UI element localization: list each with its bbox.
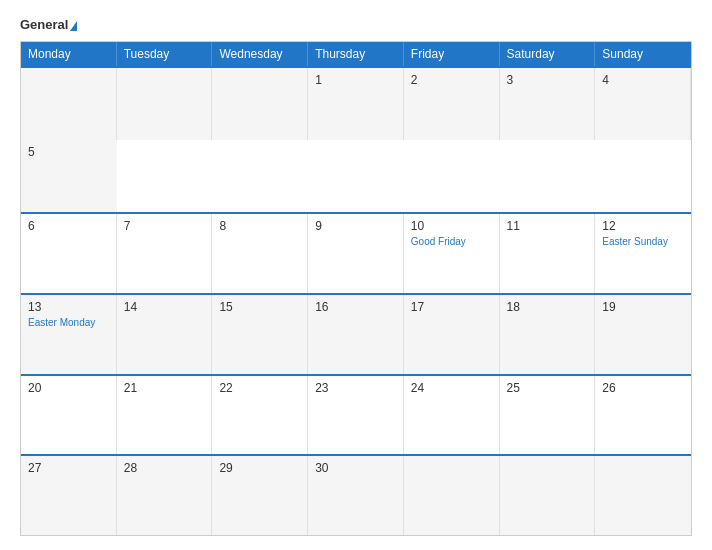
day-number: 12 [602,219,684,233]
cal-cell-5-3: 29 [212,456,308,535]
header-day-tuesday: Tuesday [117,42,213,66]
day-number: 10 [411,219,492,233]
day-number: 20 [28,381,109,395]
cal-cell-3-3: 15 [212,295,308,374]
holiday-name: Easter Sunday [602,236,684,247]
calendar-page: General MondayTuesdayWednesdayThursdayFr… [0,0,712,550]
logo-general-text: General [20,18,77,31]
day-number: 13 [28,300,109,314]
day-number: 6 [28,219,109,233]
cal-cell-2-6: 11 [500,214,596,293]
day-number: 21 [124,381,205,395]
calendar-header-row: MondayTuesdayWednesdayThursdayFridaySatu… [21,42,691,66]
day-number: 9 [315,219,396,233]
header-day-wednesday: Wednesday [212,42,308,66]
cal-cell-3-7: 19 [595,295,691,374]
header-day-sunday: Sunday [595,42,691,66]
cal-cell-5-7 [595,456,691,535]
day-number: 22 [219,381,300,395]
holiday-name: Good Friday [411,236,492,247]
cal-cell-2-3: 8 [212,214,308,293]
holiday-name: Easter Monday [28,317,109,328]
week-row-5: 27282930 [21,454,691,535]
cal-cell-4-1: 20 [21,376,117,455]
logo: General [20,18,77,31]
cal-cell-4-3: 22 [212,376,308,455]
cal-cell-1-8: 5 [21,140,117,212]
cal-cell-5-2: 28 [117,456,213,535]
day-number: 5 [28,145,110,159]
cal-cell-1-7: 4 [595,68,691,140]
cal-cell-3-1: 13Easter Monday [21,295,117,374]
header-day-saturday: Saturday [500,42,596,66]
day-number: 30 [315,461,396,475]
cal-cell-5-6 [500,456,596,535]
day-number: 4 [602,73,683,87]
week-row-3: 13Easter Monday141516171819 [21,293,691,374]
logo-triangle-icon [70,21,77,31]
cal-cell-2-7: 12Easter Sunday [595,214,691,293]
cal-cell-5-1: 27 [21,456,117,535]
day-number: 27 [28,461,109,475]
cal-cell-3-4: 16 [308,295,404,374]
cal-cell-1-3 [212,68,308,140]
day-number: 8 [219,219,300,233]
cal-cell-2-1: 6 [21,214,117,293]
cal-cell-1-2 [117,68,213,140]
cal-cell-4-6: 25 [500,376,596,455]
cal-cell-4-2: 21 [117,376,213,455]
cal-cell-3-5: 17 [404,295,500,374]
cal-cell-1-1 [21,68,117,140]
day-number: 2 [411,73,492,87]
cal-cell-4-5: 24 [404,376,500,455]
cal-cell-5-5 [404,456,500,535]
cal-cell-1-6: 3 [500,68,596,140]
cal-cell-1-4: 1 [308,68,404,140]
cal-cell-2-2: 7 [117,214,213,293]
header-day-friday: Friday [404,42,500,66]
day-number: 3 [507,73,588,87]
day-number: 24 [411,381,492,395]
cal-cell-1-5: 2 [404,68,500,140]
day-number: 11 [507,219,588,233]
calendar-grid: MondayTuesdayWednesdayThursdayFridaySatu… [20,41,692,536]
cal-cell-3-2: 14 [117,295,213,374]
day-number: 17 [411,300,492,314]
cal-cell-5-4: 30 [308,456,404,535]
day-number: 19 [602,300,684,314]
day-number: 29 [219,461,300,475]
day-number: 26 [602,381,684,395]
day-number: 18 [507,300,588,314]
cal-cell-4-4: 23 [308,376,404,455]
day-number: 1 [315,73,396,87]
week-row-2: 678910Good Friday1112Easter Sunday [21,212,691,293]
week-row-1: 12345 [21,66,691,212]
day-number: 28 [124,461,205,475]
header-day-monday: Monday [21,42,117,66]
day-number: 14 [124,300,205,314]
day-number: 16 [315,300,396,314]
day-number: 25 [507,381,588,395]
cal-cell-3-6: 18 [500,295,596,374]
calendar-body: 12345678910Good Friday1112Easter Sunday1… [21,66,691,535]
header-day-thursday: Thursday [308,42,404,66]
cal-cell-2-5: 10Good Friday [404,214,500,293]
week-row-4: 20212223242526 [21,374,691,455]
cal-cell-2-4: 9 [308,214,404,293]
header: General [20,18,692,31]
day-number: 23 [315,381,396,395]
cal-cell-4-7: 26 [595,376,691,455]
day-number: 15 [219,300,300,314]
day-number: 7 [124,219,205,233]
